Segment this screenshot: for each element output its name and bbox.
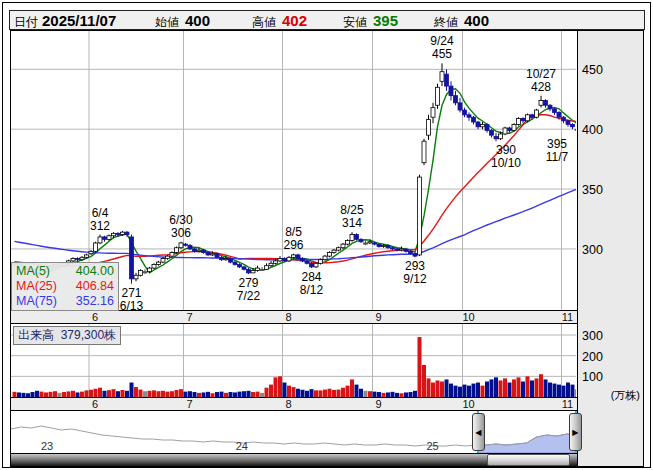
month-tick-label: 10: [459, 311, 479, 323]
volume-chart-panel: 出来高 379,300株: [10, 323, 578, 398]
month-tick-label: 11: [558, 398, 578, 410]
range-navigator[interactable]: 23 24 25 ◀ ▶: [10, 410, 578, 454]
year-label-25: 25: [426, 440, 438, 452]
ma25-value: 406.84: [76, 279, 114, 294]
volume-tick-label: 100: [582, 370, 603, 384]
date-label: 日付: [14, 14, 38, 31]
price-tick-label: 450: [582, 63, 603, 77]
price-tick-label: 350: [582, 183, 603, 197]
price-annotation-8-5: 8/5296: [264, 226, 324, 252]
month-tick-label: 7: [180, 311, 200, 323]
month-tick-label: 6: [85, 398, 105, 410]
open-label: 始値: [155, 14, 179, 31]
price-annotation-11-7: 39511/7: [527, 138, 587, 164]
selection-region[interactable]: [478, 434, 576, 453]
price-annotation-9-12: 2939/12: [385, 260, 445, 286]
month-tick-label: 8: [279, 311, 299, 323]
volume-series: [13, 337, 577, 397]
price-annotation-7-22: 2797/22: [219, 277, 279, 303]
volume-tick-label: 300: [582, 329, 603, 343]
quote-info-bar: 日付 2025/11/07 始値 400 高値 402 安値 395 終値 40…: [9, 10, 645, 30]
month-tick-label: 11: [558, 311, 578, 323]
year-label-24: 24: [236, 440, 248, 452]
price-annotation-8-12: 2848/12: [282, 271, 342, 297]
close-value: 400: [464, 12, 489, 29]
month-tick-label: 7: [180, 398, 200, 410]
high-label: 高値: [252, 14, 276, 31]
long-term-sparkline: [11, 426, 577, 446]
right-arrow-icon: ▶: [572, 428, 578, 437]
scrollbar-thumb[interactable]: [487, 454, 570, 466]
horizontal-scrollbar[interactable]: [10, 453, 578, 467]
range-handle-left[interactable]: ◀: [472, 413, 485, 451]
volume-tick-label: 200: [582, 350, 603, 364]
price-annotation-6-30: 6/30306: [151, 214, 211, 240]
range-handle-right[interactable]: ▶: [569, 413, 582, 451]
low-value: 395: [373, 12, 398, 29]
price-tick-label: 300: [582, 243, 603, 257]
month-axis-bottom: 67891011: [10, 397, 578, 411]
month-axis-top: 67891011: [10, 310, 578, 324]
month-tick-label: 9: [369, 311, 389, 323]
ma5-label: MA(5): [16, 264, 50, 279]
year-label-23: 23: [41, 440, 53, 452]
month-tick-label: 6: [85, 311, 105, 323]
moving-average-legend: MA(5) 404.00 MA(25) 406.84 MA(75) 352.16: [11, 262, 119, 311]
ma25-label: MA(25): [16, 279, 57, 294]
price-annotation-6-4: 6/4312: [70, 207, 130, 233]
month-tick-label: 10: [459, 398, 479, 410]
price-annotation-8-25: 8/25314: [322, 204, 382, 230]
volume-label: 出来高: [18, 328, 54, 342]
stock-chart-window: 日付 2025/11/07 始値 400 高値 402 安値 395 終値 40…: [0, 0, 653, 470]
value-axis-column: 450400350300300200100(万株): [577, 30, 644, 467]
month-tick-label: 9: [369, 398, 389, 410]
volume-unit-label: (万株): [611, 388, 640, 403]
price-annotation-10-27: 10/27428: [511, 68, 571, 94]
price-tick-label: 400: [582, 123, 603, 137]
price-annotation-9-24: 9/24455: [412, 35, 472, 61]
ma75-value: 352.16: [76, 294, 114, 309]
close-label: 終値: [434, 14, 458, 31]
ma5-value: 404.00: [76, 264, 114, 279]
left-arrow-icon: ◀: [475, 428, 481, 437]
price-chart-panel: 6/43122716/136/303062797/228/52962848/12…: [10, 30, 578, 311]
month-tick-label: 8: [279, 398, 299, 410]
volume-value: 379,300株: [61, 328, 116, 342]
navigator-sparkline: [11, 411, 577, 453]
high-value: 402: [282, 12, 307, 29]
ma75-label: MA(75): [16, 294, 57, 309]
open-value: 400: [185, 12, 210, 29]
date-value: 2025/11/07: [42, 12, 116, 29]
volume-readout: 出来高 379,300株: [13, 326, 121, 345]
low-label: 安値: [343, 14, 367, 31]
